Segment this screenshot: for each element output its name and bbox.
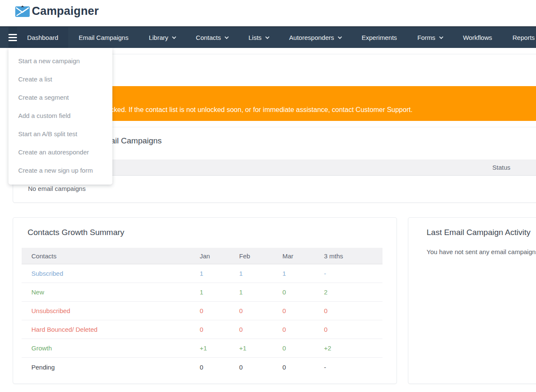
nav-item-contacts[interactable]: Contacts (186, 27, 238, 48)
growth-value-cell: 0 (273, 307, 314, 314)
growth-row-label-growth[interactable]: Growth (22, 344, 190, 352)
menu-item-create-an-autoresponder[interactable]: Create an autoresponder (8, 143, 112, 161)
nav-item-label: Autoresponders (289, 34, 334, 41)
growth-value-cell: +1 (229, 344, 273, 352)
table-row-new: New1102 (22, 283, 382, 302)
growth-value-cell: +2 (314, 344, 382, 352)
table-row-growth: Growth+1+10+2 (22, 339, 382, 358)
growth-column-header-3-mths: 3 mths (314, 252, 382, 260)
menu-item-add-a-custom-field[interactable]: Add a custom field (8, 106, 112, 125)
nav-item-label: Workflows (463, 34, 492, 41)
growth-value-cell: 0 (190, 326, 229, 333)
hamburger-icon (8, 34, 17, 35)
chevron-down-icon (338, 35, 342, 39)
growth-value-cell: - (314, 270, 382, 277)
growth-value-cell: 0 (229, 364, 273, 371)
table-row-hard-bounced-deleted: Hard Bounced/ Deleted0000 (22, 320, 382, 339)
nav-item-dashboard[interactable]: Dashboard (17, 27, 68, 48)
menu-item-create-a-new-sign-up-form[interactable]: Create a new sign up form (8, 161, 112, 179)
growth-value-cell: 0 (314, 307, 382, 314)
nav-item-email-campaigns[interactable]: Email Campaigns (68, 27, 139, 48)
chevron-down-icon (172, 35, 176, 39)
growth-row-label-subscribed[interactable]: Subscribed (22, 270, 190, 277)
growth-column-header-feb: Feb (229, 252, 273, 260)
nav-item-lists[interactable]: Lists (238, 27, 279, 48)
table-row-unsubscribed: Unsubscribed0000 (22, 302, 382, 320)
growth-value-cell: 0 (273, 288, 314, 296)
growth-value-cell: - (314, 364, 382, 371)
chevron-down-icon (225, 35, 229, 39)
app-header: Campaigner (0, 0, 536, 26)
nav-items: DashboardEmail CampaignsLibraryContactsL… (17, 27, 536, 48)
contacts-growth-table: ContactsJanFebMar3 mthsSubscribed111-New… (22, 248, 382, 376)
growth-value-cell: 0 (190, 307, 229, 314)
hamburger-menu-button[interactable] (8, 27, 17, 48)
nav-item-label: Contacts (196, 34, 221, 41)
status-column-header: Status (492, 164, 511, 171)
nav-item-library[interactable]: Library (139, 27, 186, 48)
brand-name: Campaigner (32, 5, 99, 18)
growth-value-cell: 0 (190, 364, 229, 371)
growth-row-label-new[interactable]: New (22, 288, 190, 296)
growth-value-cell: 2 (314, 288, 382, 296)
nav-item-experiments[interactable]: Experiments (352, 27, 407, 48)
chevron-down-icon (439, 35, 443, 39)
nav-item-label: Lists (248, 34, 262, 41)
menu-item-start-a-new-campaign[interactable]: Start a new campaign (8, 52, 112, 70)
last-activity-message: You have not sent any email campaigns (427, 248, 536, 255)
nav-item-autoresponders[interactable]: Autoresponders (279, 27, 352, 48)
table-row-subscribed: Subscribed111- (22, 264, 382, 283)
contacts-growth-card: Contacts Growth Summary ContactsJanFebMa… (13, 217, 397, 384)
growth-row-label-unsubscribed[interactable]: Unsubscribed (22, 307, 190, 314)
growth-value-cell: 0 (229, 307, 273, 314)
growth-value-cell: 1 (190, 288, 229, 296)
table-row-pending: Pending000- (22, 358, 382, 376)
app-logo[interactable]: Campaigner (15, 5, 99, 18)
growth-column-header-mar: Mar (273, 252, 314, 260)
envelope-icon (15, 6, 30, 17)
last-activity-title: Last Email Campaign Activity (427, 228, 530, 237)
nav-item-label: Forms (417, 34, 436, 41)
growth-row-label-hard-bounced-deleted[interactable]: Hard Bounced/ Deleted (22, 326, 190, 333)
growth-value-cell: +1 (190, 344, 229, 352)
growth-value-cell: 1 (190, 270, 229, 277)
chevron-down-icon (265, 35, 269, 39)
quick-actions-menu: Start a new campaignCreate a listCreate … (8, 48, 112, 185)
nav-item-label: Email Campaigns (78, 34, 128, 41)
growth-row-label-pending[interactable]: Pending (22, 364, 190, 371)
menu-item-create-a-list[interactable]: Create a list (8, 70, 112, 88)
growth-value-cell: 1 (229, 270, 273, 277)
growth-column-header-contacts: Contacts (22, 252, 190, 260)
growth-table-header-row: ContactsJanFebMar3 mths (22, 248, 382, 264)
menu-item-create-a-segment[interactable]: Create a segment (8, 88, 112, 106)
empty-campaigns-message: No email campaigns (28, 185, 86, 192)
nav-item-label: Reports (513, 34, 535, 41)
nav-item-forms[interactable]: Forms (407, 27, 453, 48)
contacts-growth-title: Contacts Growth Summary (28, 228, 124, 237)
growth-value-cell: 0 (314, 326, 382, 333)
growth-value-cell: 0 (273, 344, 314, 352)
nav-item-label: Library (149, 34, 168, 41)
growth-value-cell: 1 (273, 270, 314, 277)
growth-value-cell: 0 (229, 326, 273, 333)
nav-item-reports[interactable]: Reports (502, 27, 536, 48)
last-activity-card: Last Email Campaign Activity You have no… (408, 217, 536, 384)
growth-value-cell: 0 (273, 326, 314, 333)
growth-value-cell: 0 (273, 364, 314, 371)
growth-column-header-jan: Jan (190, 252, 229, 260)
main-nav: DashboardEmail CampaignsLibraryContactsL… (0, 26, 536, 48)
nav-item-workflows[interactable]: Workflows (453, 27, 502, 48)
growth-value-cell: 1 (229, 288, 273, 296)
nav-item-label: Experiments (362, 34, 397, 41)
menu-item-start-an-a-b-split-test[interactable]: Start an A/B split test (8, 125, 112, 143)
nav-item-label: Dashboard (27, 34, 58, 41)
